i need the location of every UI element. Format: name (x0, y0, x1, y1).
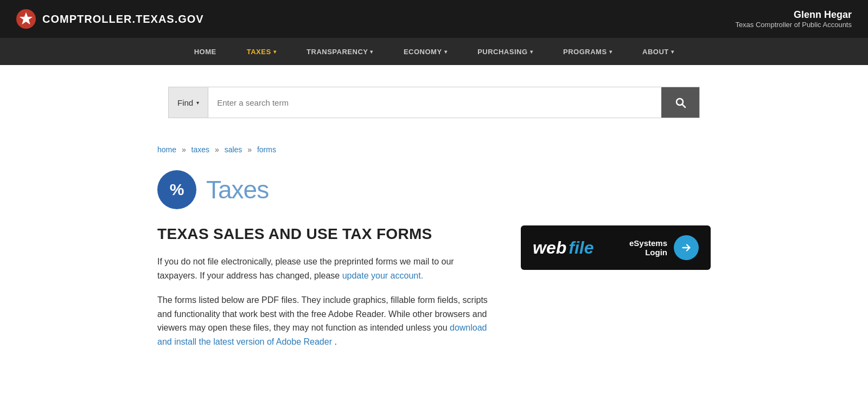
search-button[interactable] (661, 87, 699, 118)
page-title: Taxes (206, 175, 269, 204)
economy-caret: ▾ (444, 49, 448, 55)
user-info: Glenn Hegar Texas Comptroller of Public … (735, 9, 852, 29)
content-para-2: The forms listed below are PDF files. Th… (157, 293, 488, 348)
user-title: Texas Comptroller of Public Accounts (735, 21, 852, 29)
arrow-right-icon (680, 242, 692, 254)
page-title-row: % Taxes (157, 170, 711, 209)
purchasing-caret: ▾ (530, 49, 533, 55)
breadcrumb: home » taxes » sales » forms (157, 145, 711, 154)
esystems-text: eSystems Login (629, 238, 667, 257)
sep1: » (182, 145, 186, 154)
logo-area: COMPTROLLER.TEXAS.GOV (16, 9, 204, 29)
webfile-file-label: file (569, 238, 593, 258)
update-account-link[interactable]: update your account. (342, 271, 423, 280)
search-input[interactable] (208, 87, 661, 118)
search-section: Find ▾ (0, 65, 868, 134)
content-para-1: If you do not file electronically, pleas… (157, 255, 488, 282)
breadcrumb-taxes[interactable]: taxes (192, 145, 209, 154)
content-area: home » taxes » sales » forms % Taxes TEX… (136, 134, 732, 382)
nav-programs[interactable]: PROGRAMS ▾ (548, 38, 627, 65)
content-sidebar: web file eSystems Login (521, 225, 711, 270)
star-logo-icon (16, 9, 36, 29)
esystems-line2: Login (629, 248, 667, 257)
webfile-text: web file (533, 238, 593, 258)
breadcrumb-sales[interactable]: sales (225, 145, 242, 154)
content-text: TEXAS SALES AND USE TAX FORMS If you do … (157, 225, 488, 360)
nav-taxes[interactable]: TAXES ▾ (232, 38, 291, 65)
taxes-caret: ▾ (273, 49, 277, 55)
programs-caret: ▾ (609, 49, 612, 55)
nav-home[interactable]: HOME (179, 38, 232, 65)
percent-icon: % (157, 170, 196, 209)
search-icon (674, 96, 687, 109)
user-name: Glenn Hegar (735, 9, 852, 21)
main-content: TEXAS SALES AND USE TAX FORMS If you do … (157, 225, 711, 360)
sep2: » (215, 145, 219, 154)
nav-transparency[interactable]: TRANSPARENCY ▾ (291, 38, 388, 65)
find-dropdown[interactable]: Find ▾ (169, 87, 208, 118)
about-caret: ▾ (671, 49, 674, 55)
breadcrumb-home[interactable]: home (157, 145, 176, 154)
sep3: » (247, 145, 252, 154)
page-heading: TEXAS SALES AND USE TAX FORMS (157, 225, 488, 243)
nav-about[interactable]: ABOUT ▾ (627, 38, 689, 65)
search-container: Find ▾ (168, 87, 700, 118)
webfile-banner[interactable]: web file eSystems Login (521, 225, 711, 270)
main-nav: HOME TAXES ▾ TRANSPARENCY ▾ ECONOMY ▾ PU… (0, 38, 868, 65)
breadcrumb-forms[interactable]: forms (257, 145, 276, 154)
webfile-right: eSystems Login (629, 235, 699, 260)
webfile-web-label: web (533, 238, 566, 258)
site-header: COMPTROLLER.TEXAS.GOV Glenn Hegar Texas … (0, 0, 868, 38)
esystems-line1: eSystems (629, 238, 667, 248)
logo-text: COMPTROLLER.TEXAS.GOV (42, 13, 204, 25)
nav-purchasing[interactable]: PURCHASING ▾ (462, 38, 548, 65)
find-caret-icon: ▾ (196, 100, 199, 106)
nav-economy[interactable]: ECONOMY ▾ (388, 38, 462, 65)
arrow-circle-icon (674, 235, 699, 260)
transparency-caret: ▾ (370, 49, 373, 55)
